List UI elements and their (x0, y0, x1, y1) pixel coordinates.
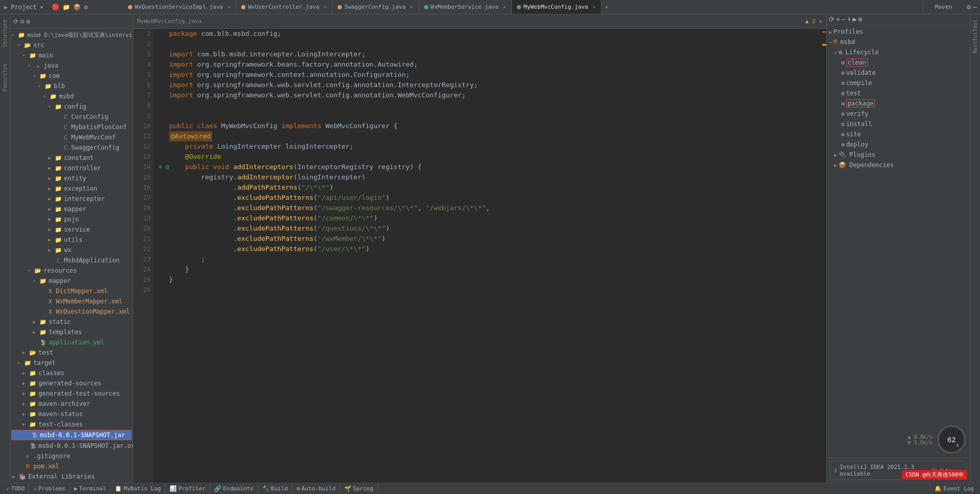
mybatis-log-tab[interactable]: 📋 MyBatis Log (111, 483, 165, 494)
tree-item-mapper-res[interactable]: ▾ 📁 mapper (10, 276, 133, 286)
tree-item-main[interactable]: ▾ 📁 main (10, 50, 133, 60)
tree-item-java[interactable]: ▾ ☕ java (10, 60, 133, 71)
maven-refresh-icon[interactable]: ⟳ (829, 15, 835, 23)
tree-item-msbd-jar[interactable]: 🗜 msbd-0.0.1-SNAPSHOT.jar (11, 430, 132, 440)
tab-WxUserController[interactable]: WxUserController.java × (236, 0, 332, 14)
tree-item-maven-status[interactable]: ▶ 📁 maven-status (10, 409, 133, 419)
tab-close-icon[interactable]: × (503, 4, 506, 10)
toolbar-icon-3[interactable]: 📦 (73, 4, 81, 11)
maven-site[interactable]: ⚙ site (827, 129, 970, 139)
tree-item-generated-sources[interactable]: ▶ 📁 generated-sources (10, 378, 133, 388)
tree-item-maven-archiver[interactable]: ▶ 📁 maven-archiver (10, 399, 133, 409)
tree-item-classes[interactable]: ▶ 📁 classes (10, 368, 133, 378)
favorites-panel-tab[interactable]: Favorites (1, 60, 9, 94)
tree-item-WxMemberMapper[interactable]: X WxMemberMapper.xml (10, 296, 133, 306)
tab-SwaggerConfig[interactable]: SwaggerConfig.java × (332, 0, 419, 14)
maven-verify[interactable]: ⚙ verify (827, 109, 970, 119)
maven-add-icon[interactable]: + (836, 15, 840, 23)
restful-tool-tab[interactable]: RestfulTool (971, 16, 979, 56)
minimize-icon[interactable]: — (973, 3, 977, 11)
tree-item-com[interactable]: ▾ 📁 com (10, 71, 133, 81)
tree-item-msbd-jar-original[interactable]: 🗜 msbd-0.0.1-SNAPSHOT.jar.original (10, 441, 133, 451)
maven-run-icon[interactable]: ▶ (852, 15, 857, 23)
tab-WxQuestionServiceImpl[interactable]: WxQuestionServiceImpl.java × (123, 0, 236, 14)
dropdown-icon[interactable]: ▾ (819, 18, 822, 25)
endpoints-tab[interactable]: 🔗 Endpoints (210, 483, 258, 494)
project-selector[interactable]: ▶ Project ▾ 🔴 📁 📦 ⚙ (0, 4, 123, 11)
profiler-tab[interactable]: 📊 Profiler (165, 483, 210, 494)
tree-item-CorsConfig[interactable]: C CorsConfig (10, 112, 133, 122)
tree-item-MybatisPlusConf[interactable]: C MybatisPlusConf (10, 122, 133, 132)
tree-item-intercepter[interactable]: ▶ 📁 intercepter (10, 194, 133, 204)
tabs-overflow[interactable]: ▾ (601, 4, 611, 11)
maven-lifecycle-section[interactable]: ▾ ⚙ Lifecycle (827, 47, 970, 57)
maven-dependencies-section[interactable]: ▶ 📦 Dependencies (827, 160, 970, 170)
tab-close-icon[interactable]: × (324, 4, 327, 10)
tree-item-templates[interactable]: ▶ 📁 templates (10, 327, 133, 337)
tree-item-target[interactable]: ▾ 📁 target (10, 358, 133, 368)
tree-item-test[interactable]: ▶ 📂 test (10, 347, 133, 358)
tab-close-icon[interactable]: × (227, 4, 231, 10)
build-tab[interactable]: 🔨 Build (258, 483, 293, 494)
tree-item-MyWebMvcConf[interactable]: C MyWebMvcConf (10, 132, 133, 142)
toolbar-icon-1[interactable]: 🔴 (52, 4, 59, 11)
tree-item-application-yml[interactable]: 🍃 application.yml (10, 337, 133, 347)
tree-item-generated-test-sources[interactable]: ▶ 📁 generated-test-sources (10, 388, 133, 399)
settings-icon[interactable]: ⚙ (967, 3, 971, 11)
maven-test[interactable]: ⚙ test (827, 88, 970, 98)
tree-item-DictMapper[interactable]: X DictMapper.xml (10, 286, 133, 296)
tree-item-WxQuestionMapper[interactable]: X WxQuestionMapper.xml (10, 306, 133, 317)
terminal-tab[interactable]: ▶ Terminal (70, 483, 111, 494)
collapse-icon[interactable]: ⊟ (20, 18, 24, 25)
problems-tab[interactable]: ⚠ Problems (29, 483, 70, 494)
auto-build-tab[interactable]: ⚙ Auto-build (293, 483, 340, 494)
tree-item-pojo[interactable]: ▶ 📁 pojo (10, 214, 133, 224)
maven-clean[interactable]: ⚙ clean (827, 57, 970, 68)
tree-item-gitignore[interactable]: ⊙ .gitignore (10, 451, 133, 461)
maven-validate[interactable]: ⚙ validate (827, 68, 970, 78)
tab-MyWebMvcConfig[interactable]: MyWebMvcConfig.java × (512, 0, 601, 14)
todo-tab[interactable]: ✓ TODO (2, 483, 29, 494)
tree-item-exception[interactable]: ▶ 📁 exception (10, 183, 133, 194)
gear-icon[interactable]: ⚙ (26, 18, 30, 25)
structure-panel-tab[interactable]: Structure (1, 16, 9, 50)
tree-item-config[interactable]: ▾ 📁 config (10, 101, 133, 112)
tree-item-pom[interactable]: M pom.xml (10, 461, 133, 471)
tree-item-MsbdApplication[interactable]: C MsbdApplication (10, 255, 133, 265)
tree-item-blb[interactable]: ▾ 📁 blb (10, 81, 133, 91)
tree-item-test-classes[interactable]: ▶ 📁 test-classes (10, 419, 133, 429)
tree-item-controller[interactable]: ▶ 📁 controller (10, 163, 133, 173)
sync-icon[interactable]: ⟳ (13, 18, 18, 25)
tree-item-utils[interactable]: ▶ 📁 utils (10, 235, 133, 245)
code-area[interactable]: package com.blb.msbd.config; import com.… (154, 29, 820, 483)
spring-tab[interactable]: 🌱 Spring (340, 483, 378, 494)
tree-item-resources[interactable]: ▾ 📂 resources (10, 265, 133, 276)
toolbar-icon-4[interactable]: ⚙ (84, 4, 88, 11)
tree-item-constant[interactable]: ▶ 📁 constant (10, 153, 133, 163)
tree-item-static[interactable]: ▶ 📁 static (10, 317, 133, 327)
maven-install[interactable]: ⚙ install (827, 119, 970, 129)
maven-plugins-section[interactable]: ▶ 🔌 Plugins (827, 150, 970, 160)
maven-package[interactable]: ⚙ package (827, 98, 970, 109)
tab-WxMemberService[interactable]: WxMemberService.java × (419, 0, 512, 14)
event-log-tab[interactable]: 🔔 Event Log (930, 483, 978, 494)
tree-item-msbd[interactable]: ▾ 📁 msbd (10, 91, 133, 101)
toolbar-icon-2[interactable]: 📁 (62, 4, 70, 11)
maven-deploy[interactable]: ⚙ deploy (827, 139, 970, 150)
tab-close-icon[interactable]: × (410, 4, 413, 10)
maven-remove-icon[interactable]: – (842, 15, 846, 23)
tree-item-src[interactable]: ▾ 📂 src (10, 40, 133, 50)
maven-settings-icon[interactable]: ⚙ (858, 15, 862, 23)
maven-root[interactable]: ▾ M msbd (827, 37, 970, 47)
tree-item-wx[interactable]: ▶ 📁 wx (10, 245, 133, 255)
tree-item-SwaggerConfig[interactable]: C SwaggerConfig (10, 142, 133, 153)
tree-root[interactable]: ▾ 📁 msbd D:\java项目\面试宝典\interviewdict (10, 30, 133, 40)
tab-close-icon[interactable]: × (593, 4, 596, 10)
tree-item-service[interactable]: ▶ 📁 service (10, 224, 133, 235)
tree-item-entity[interactable]: ▶ 📁 entity (10, 173, 133, 183)
maven-compile[interactable]: ⚙ compile (827, 78, 970, 88)
maven-download-icon[interactable]: ⬇ (847, 15, 851, 23)
maven-profiles-section[interactable]: ▶ Profiles (827, 27, 970, 37)
project-dropdown-icon[interactable]: ▾ (40, 4, 44, 11)
tree-item-external-libraries[interactable]: ▶ 📚 External Libraries (10, 471, 133, 482)
